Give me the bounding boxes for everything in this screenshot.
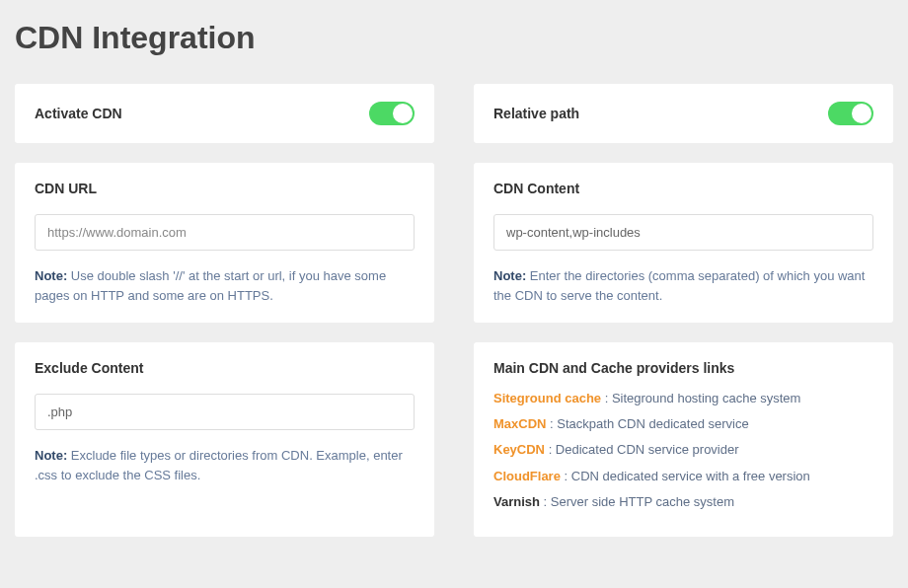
cdn-content-card: CDN Content Note: Enter the directories … [474, 163, 893, 323]
cdn-content-note-label: Note: [493, 268, 526, 283]
exclude-content-note: Note: Exclude file types or directories … [35, 446, 415, 484]
relative-path-label: Relative path [493, 106, 579, 121]
toggle-knob-icon [852, 104, 871, 123]
cdn-url-note-text: Use double slash '//' at the start or ur… [35, 268, 386, 303]
provider-desc: : Server side HTTP cache system [540, 494, 734, 509]
providers-list: Siteground cache : Siteground hosting ca… [493, 390, 873, 511]
activate-cdn-label: Activate CDN [35, 106, 122, 121]
cdn-content-note-text: Enter the directories (comma separated) … [493, 268, 865, 303]
settings-grid: Activate CDN Relative path CDN URL Note:… [15, 84, 893, 537]
cdn-url-note: Note: Use double slash '//' at the start… [35, 266, 415, 305]
provider-link[interactable]: CloudFlare [493, 469, 561, 483]
provider-row: Varnish : Server side HTTP cache system [493, 493, 873, 511]
relative-path-card: Relative path [474, 84, 893, 143]
provider-row: CloudFlare : CDN dedicated service with … [493, 468, 873, 485]
provider-row: Siteground cache : Siteground hosting ca… [493, 390, 873, 407]
provider-row: MaxCDN : Stackpath CDN dedicated service [493, 415, 873, 433]
cdn-url-note-label: Note: [35, 268, 67, 283]
cdn-content-label: CDN Content [493, 181, 873, 196]
exclude-content-input[interactable] [35, 394, 415, 430]
exclude-content-card: Exclude Content Note: Exclude file types… [15, 342, 434, 537]
cdn-content-note: Note: Enter the directories (comma separ… [493, 266, 873, 305]
provider-desc: : CDN dedicated service with a free vers… [561, 469, 810, 483]
exclude-content-note-label: Note: [35, 448, 67, 463]
provider-desc: : Dedicated CDN service provider [545, 442, 739, 457]
relative-path-toggle[interactable] [828, 102, 873, 125]
provider-link[interactable]: Siteground cache [493, 391, 601, 405]
provider-row: KeyCDN : Dedicated CDN service provider [493, 441, 873, 459]
providers-card: Main CDN and Cache providers links Siteg… [474, 342, 893, 537]
activate-cdn-card: Activate CDN [15, 84, 434, 143]
provider-desc: : Siteground hosting cache system [601, 391, 800, 405]
cdn-url-card: CDN URL Note: Use double slash '//' at t… [15, 163, 434, 323]
cdn-url-input[interactable] [35, 214, 415, 251]
provider-link[interactable]: MaxCDN [493, 416, 546, 431]
cdn-content-input[interactable] [493, 214, 873, 251]
page-title: CDN Integration [15, 0, 893, 84]
provider-link[interactable]: KeyCDN [493, 442, 545, 457]
exclude-content-note-text: Exclude file types or directories from C… [35, 448, 403, 482]
activate-cdn-toggle[interactable] [369, 102, 415, 125]
cdn-url-label: CDN URL [35, 181, 415, 196]
providers-title: Main CDN and Cache providers links [493, 360, 873, 376]
provider-link[interactable]: Varnish [493, 494, 540, 509]
provider-desc: : Stackpath CDN dedicated service [546, 416, 748, 431]
toggle-knob-icon [393, 104, 413, 123]
exclude-content-label: Exclude Content [35, 360, 415, 376]
